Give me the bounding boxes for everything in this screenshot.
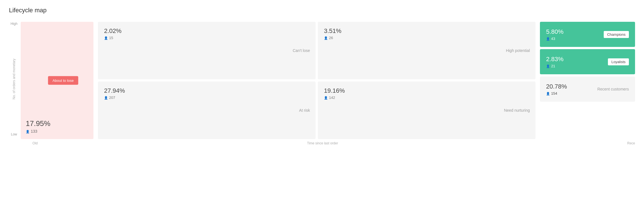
cant-lose-label: Can't lose [293,48,310,53]
cant-lose-pct: 2.02% [104,27,309,35]
high-potential-cell[interactable]: 3.51% 26 High potential [318,22,535,79]
person-icon-2 [104,36,108,40]
x-axis-old-label: Old [32,141,105,145]
person-icon-3 [324,36,328,40]
need-nurturing-count: 142 [324,96,529,100]
cant-lose-count: 15 [104,36,309,40]
champions-label: Champions [604,31,629,38]
need-nurturing-cell[interactable]: 19.16% 142 Need nurturing [318,82,535,139]
x-axis: Old Time since last order Rece [21,141,635,145]
at-risk-cell[interactable]: 27.94% 207 At risk [98,82,316,139]
loyalists-label: Loyalists [608,58,629,65]
right-panel: 5.80% 43 Champions 2.83% 21 [540,22,635,139]
high-potential-count: 26 [324,36,529,40]
recent-customers-pct: 20.78% [546,83,567,90]
about-to-lose-pct: 17.95% [26,119,88,128]
person-icon-7 [546,64,550,68]
at-risk-pct: 27.94% [104,87,309,94]
x-axis-right-label: Rece [540,141,635,145]
need-nurturing-pct: 19.16% [324,87,529,94]
person-icon [26,129,30,133]
person-icon-4 [104,96,108,100]
person-icon-8 [546,91,550,96]
champions-card[interactable]: 5.80% 43 Champions [540,22,635,47]
y-axis-high-label: High [11,22,18,26]
person-icon-6 [546,37,550,41]
page-title: Lifecycle map [9,7,635,14]
loyalists-count: 21 [546,64,563,68]
x-axis-center-label: Time since last order [110,141,535,145]
champions-info: 5.80% 43 [546,28,563,41]
y-axis: High No. of orders and monetary Low [9,22,19,145]
at-risk-count: 207 [104,96,309,100]
loyalists-pct: 2.83% [546,56,563,63]
high-potential-label: High potential [506,48,530,53]
recent-customers-card[interactable]: 20.78% 154 Recent customers [540,77,635,102]
recent-customers-info: 20.78% 154 [546,83,567,96]
recent-customers-count: 154 [546,91,567,96]
loyalists-card[interactable]: 2.83% 21 Loyalists [540,49,635,74]
about-to-lose-count: 133 [26,129,88,133]
need-nurturing-label: Need nurturing [504,108,530,113]
champions-pct: 5.80% [546,28,563,35]
about-to-lose-cell[interactable]: About to lose 17.95% 133 [21,22,93,139]
recent-customers-label: Recent customers [597,87,629,91]
lifecycle-chart: High No. of orders and monetary Low Abou… [9,22,635,145]
at-risk-label: At risk [299,108,310,113]
y-axis-low-label: Low [11,132,17,136]
chart-grid: About to lose 17.95% 133 2.02% 15 Can't … [21,22,635,139]
loyalists-info: 2.83% 21 [546,56,563,68]
about-to-lose-badge: About to lose [48,76,78,85]
y-axis-title: No. of orders and monetary [12,27,16,131]
high-potential-pct: 3.51% [324,27,529,35]
middle-grid: 2.02% 15 Can't lose 3.51% 26 High potent… [98,22,535,139]
cant-lose-cell[interactable]: 2.02% 15 Can't lose [98,22,316,79]
champions-count: 43 [546,37,563,41]
person-icon-5 [324,96,328,100]
